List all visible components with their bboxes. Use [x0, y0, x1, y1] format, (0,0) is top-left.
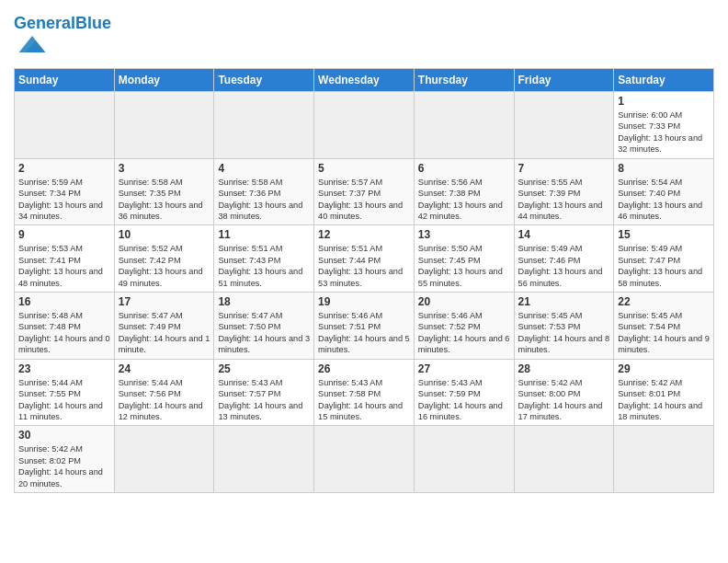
- day-info: Sunrise: 5:57 AMSunset: 7:37 PMDaylight:…: [318, 177, 410, 223]
- calendar-day: 21Sunrise: 5:45 AMSunset: 7:53 PMDayligh…: [514, 293, 614, 360]
- day-number: 3: [119, 162, 210, 175]
- day-info: Sunrise: 5:58 AMSunset: 7:35 PMDaylight:…: [119, 177, 210, 223]
- day-info: Sunrise: 5:44 AMSunset: 7:56 PMDaylight:…: [119, 377, 210, 423]
- calendar-week-1: 1Sunrise: 6:00 AMSunset: 7:33 PMDaylight…: [15, 92, 714, 159]
- day-number: 16: [18, 295, 110, 308]
- day-info: Sunrise: 5:44 AMSunset: 7:55 PMDaylight:…: [18, 377, 110, 423]
- calendar-day: 4Sunrise: 5:58 AMSunset: 7:36 PMDaylight…: [214, 158, 314, 225]
- day-number: 8: [618, 162, 710, 175]
- day-info: Sunrise: 5:56 AMSunset: 7:38 PMDaylight:…: [418, 177, 510, 223]
- day-number: 5: [318, 162, 410, 175]
- day-number: 26: [318, 362, 410, 375]
- calendar-week-2: 2Sunrise: 5:59 AMSunset: 7:34 PMDaylight…: [15, 158, 714, 225]
- day-info: Sunrise: 5:49 AMSunset: 7:46 PMDaylight:…: [518, 243, 610, 289]
- day-header-wednesday: Wednesday: [314, 69, 415, 92]
- calendar-day: 20Sunrise: 5:46 AMSunset: 7:52 PMDayligh…: [414, 293, 514, 360]
- calendar-day: 19Sunrise: 5:46 AMSunset: 7:51 PMDayligh…: [314, 293, 415, 360]
- day-header-friday: Friday: [514, 69, 614, 92]
- day-info: Sunrise: 5:59 AMSunset: 7:34 PMDaylight:…: [18, 177, 110, 223]
- calendar-day: [15, 92, 115, 159]
- day-info: Sunrise: 5:53 AMSunset: 7:41 PMDaylight:…: [18, 243, 110, 289]
- calendar-week-3: 9Sunrise: 5:53 AMSunset: 7:41 PMDaylight…: [15, 225, 714, 293]
- calendar-day: 10Sunrise: 5:52 AMSunset: 7:42 PMDayligh…: [114, 225, 214, 293]
- day-info: Sunrise: 5:50 AMSunset: 7:45 PMDaylight:…: [418, 243, 510, 289]
- calendar-week-6: 30Sunrise: 5:42 AMSunset: 8:02 PMDayligh…: [15, 426, 714, 493]
- calendar-day: 22Sunrise: 5:45 AMSunset: 7:54 PMDayligh…: [614, 293, 714, 360]
- calendar-day: [314, 426, 415, 493]
- day-header-saturday: Saturday: [614, 69, 714, 92]
- calendar-day: 3Sunrise: 5:58 AMSunset: 7:35 PMDaylight…: [114, 158, 214, 225]
- day-info: Sunrise: 5:45 AMSunset: 7:53 PMDaylight:…: [518, 310, 610, 356]
- day-number: 7: [518, 162, 610, 175]
- calendar-day: 26Sunrise: 5:43 AMSunset: 7:58 PMDayligh…: [314, 359, 415, 426]
- day-number: 6: [418, 162, 510, 175]
- day-info: Sunrise: 5:47 AMSunset: 7:50 PMDaylight:…: [218, 310, 310, 356]
- calendar-day: 24Sunrise: 5:44 AMSunset: 7:56 PMDayligh…: [114, 359, 214, 426]
- calendar-day: [114, 426, 214, 493]
- calendar-day: 6Sunrise: 5:56 AMSunset: 7:38 PMDaylight…: [414, 158, 514, 225]
- day-info: Sunrise: 5:46 AMSunset: 7:51 PMDaylight:…: [318, 310, 410, 356]
- day-number: 21: [518, 295, 610, 308]
- day-info: Sunrise: 5:58 AMSunset: 7:36 PMDaylight:…: [218, 177, 310, 223]
- calendar-day: 1Sunrise: 6:00 AMSunset: 7:33 PMDaylight…: [614, 92, 714, 159]
- day-number: 27: [418, 362, 510, 375]
- day-number: 9: [18, 228, 110, 241]
- calendar-day: 18Sunrise: 5:47 AMSunset: 7:50 PMDayligh…: [214, 293, 314, 360]
- day-info: Sunrise: 5:54 AMSunset: 7:40 PMDaylight:…: [618, 177, 710, 223]
- day-number: 28: [518, 362, 610, 375]
- page-header: GeneralBlue: [14, 9, 714, 61]
- calendar-day: [114, 92, 214, 159]
- day-number: 15: [618, 228, 710, 241]
- logo-text: GeneralBlue: [14, 15, 111, 31]
- calendar-day: 23Sunrise: 5:44 AMSunset: 7:55 PMDayligh…: [15, 359, 115, 426]
- day-number: 4: [218, 162, 310, 175]
- day-info: Sunrise: 5:45 AMSunset: 7:54 PMDaylight:…: [618, 310, 710, 356]
- day-number: 14: [518, 228, 610, 241]
- calendar-day: 29Sunrise: 5:42 AMSunset: 8:01 PMDayligh…: [614, 359, 714, 426]
- calendar-table: SundayMondayTuesdayWednesdayThursdayFrid…: [14, 68, 714, 493]
- day-number: 10: [119, 228, 210, 241]
- calendar-day: 14Sunrise: 5:49 AMSunset: 7:46 PMDayligh…: [514, 225, 614, 293]
- day-number: 19: [318, 295, 410, 308]
- day-number: 24: [119, 362, 210, 375]
- day-number: 1: [618, 95, 710, 108]
- calendar-day: [314, 92, 415, 159]
- day-info: Sunrise: 5:43 AMSunset: 7:58 PMDaylight:…: [318, 377, 410, 423]
- day-info: Sunrise: 5:51 AMSunset: 7:44 PMDaylight:…: [318, 243, 410, 289]
- calendar-day: 16Sunrise: 5:48 AMSunset: 7:48 PMDayligh…: [15, 293, 115, 360]
- day-number: 22: [618, 295, 710, 308]
- day-number: 13: [418, 228, 510, 241]
- calendar-day: 25Sunrise: 5:43 AMSunset: 7:57 PMDayligh…: [214, 359, 314, 426]
- day-number: 18: [218, 295, 310, 308]
- day-header-monday: Monday: [114, 69, 214, 92]
- logo-icon: [16, 31, 49, 57]
- day-info: Sunrise: 5:48 AMSunset: 7:48 PMDaylight:…: [18, 310, 110, 356]
- day-number: 11: [218, 228, 310, 241]
- day-number: 29: [618, 362, 710, 375]
- calendar-day: [414, 92, 514, 159]
- day-info: Sunrise: 5:52 AMSunset: 7:42 PMDaylight:…: [119, 243, 210, 289]
- logo: GeneralBlue: [14, 15, 111, 61]
- calendar-day: 2Sunrise: 5:59 AMSunset: 7:34 PMDaylight…: [15, 158, 115, 225]
- calendar-day: 30Sunrise: 5:42 AMSunset: 8:02 PMDayligh…: [15, 426, 115, 493]
- calendar-day: [614, 426, 714, 493]
- calendar-week-4: 16Sunrise: 5:48 AMSunset: 7:48 PMDayligh…: [15, 293, 714, 360]
- calendar-day: [214, 426, 314, 493]
- day-number: 20: [418, 295, 510, 308]
- day-header-sunday: Sunday: [15, 69, 115, 92]
- calendar-day: 8Sunrise: 5:54 AMSunset: 7:40 PMDaylight…: [614, 158, 714, 225]
- calendar-day: 7Sunrise: 5:55 AMSunset: 7:39 PMDaylight…: [514, 158, 614, 225]
- day-info: Sunrise: 5:51 AMSunset: 7:43 PMDaylight:…: [218, 243, 310, 289]
- calendar-day: 27Sunrise: 5:43 AMSunset: 7:59 PMDayligh…: [414, 359, 514, 426]
- day-header-thursday: Thursday: [414, 69, 514, 92]
- calendar-day: 5Sunrise: 5:57 AMSunset: 7:37 PMDaylight…: [314, 158, 415, 225]
- calendar-week-5: 23Sunrise: 5:44 AMSunset: 7:55 PMDayligh…: [15, 359, 714, 426]
- calendar-day: 17Sunrise: 5:47 AMSunset: 7:49 PMDayligh…: [114, 293, 214, 360]
- calendar-day: 11Sunrise: 5:51 AMSunset: 7:43 PMDayligh…: [214, 225, 314, 293]
- calendar-day: 9Sunrise: 5:53 AMSunset: 7:41 PMDaylight…: [15, 225, 115, 293]
- calendar-day: [414, 426, 514, 493]
- calendar-day: 15Sunrise: 5:49 AMSunset: 7:47 PMDayligh…: [614, 225, 714, 293]
- day-info: Sunrise: 5:42 AMSunset: 8:00 PMDaylight:…: [518, 377, 610, 423]
- day-info: Sunrise: 5:49 AMSunset: 7:47 PMDaylight:…: [618, 243, 710, 289]
- day-info: Sunrise: 5:47 AMSunset: 7:49 PMDaylight:…: [119, 310, 210, 356]
